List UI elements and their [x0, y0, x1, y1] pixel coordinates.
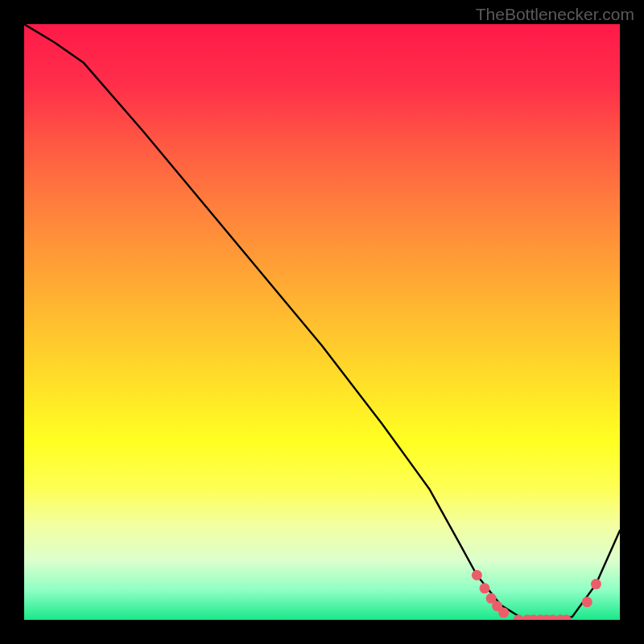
data-marker	[591, 579, 601, 589]
chart-container: TheBottlenecker.com	[0, 0, 644, 644]
data-curve	[24, 24, 620, 620]
data-marker	[514, 615, 524, 621]
data-marker	[480, 583, 490, 593]
data-markers	[472, 570, 601, 620]
data-marker	[472, 570, 482, 580]
data-marker	[582, 597, 592, 607]
plot-area	[24, 24, 620, 620]
data-marker	[498, 608, 509, 618]
chart-svg	[24, 24, 620, 620]
watermark-text: TheBottlenecker.com	[476, 5, 634, 24]
